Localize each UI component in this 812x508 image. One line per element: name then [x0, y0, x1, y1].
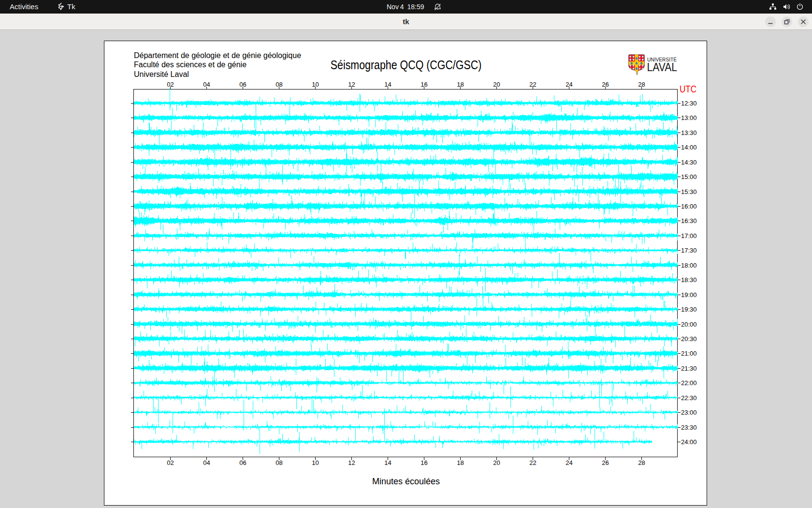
svg-text:21:30: 21:30: [681, 365, 697, 372]
svg-text:22:30: 22:30: [681, 394, 697, 402]
svg-text:02: 02: [167, 459, 174, 466]
svg-text:14: 14: [384, 459, 391, 466]
svg-text:06: 06: [239, 459, 246, 466]
svg-text:UTC: UTC: [680, 84, 696, 94]
svg-text:16: 16: [420, 459, 427, 466]
svg-text:16:30: 16:30: [681, 217, 697, 224]
svg-text:08: 08: [276, 81, 282, 88]
svg-text:19:30: 19:30: [681, 306, 697, 313]
svg-text:10: 10: [312, 459, 319, 466]
svg-text:18: 18: [457, 459, 464, 466]
svg-text:Séismographe QCQ (CGC/GSC): Séismographe QCQ (CGC/GSC): [331, 58, 482, 72]
svg-text:19:00: 19:00: [681, 291, 697, 299]
svg-text:20: 20: [493, 81, 500, 88]
svg-text:20:30: 20:30: [681, 335, 697, 343]
svg-text:04: 04: [203, 81, 210, 88]
svg-text:08: 08: [276, 459, 282, 466]
svg-text:14:00: 14:00: [681, 144, 697, 151]
svg-text:13:30: 13:30: [681, 129, 697, 136]
svg-text:13:00: 13:00: [681, 114, 697, 121]
svg-text:14: 14: [384, 81, 391, 88]
svg-text:24:00: 24:00: [681, 438, 697, 446]
svg-text:22:00: 22:00: [681, 379, 697, 387]
svg-text:12: 12: [348, 459, 355, 466]
svg-text:17:00: 17:00: [681, 232, 697, 239]
svg-text:22: 22: [529, 81, 536, 88]
svg-text:23:00: 23:00: [681, 409, 697, 416]
svg-text:06: 06: [239, 81, 246, 88]
svg-text:10: 10: [312, 81, 319, 88]
svg-text:26: 26: [602, 459, 609, 466]
svg-text:14:30: 14:30: [681, 159, 697, 166]
svg-text:20:00: 20:00: [681, 321, 697, 328]
svg-text:22: 22: [529, 459, 536, 466]
svg-text:Minutes écoulées: Minutes écoulées: [372, 477, 440, 486]
svg-text:02: 02: [167, 81, 174, 88]
svg-text:24: 24: [566, 81, 572, 88]
svg-text:16:00: 16:00: [681, 203, 697, 210]
svg-text:21:00: 21:00: [681, 350, 697, 357]
svg-text:15:00: 15:00: [681, 173, 697, 180]
svg-text:18: 18: [457, 81, 464, 88]
svg-text:28: 28: [638, 459, 645, 466]
svg-text:12:30: 12:30: [681, 100, 697, 107]
svg-text:23:30: 23:30: [681, 424, 697, 431]
svg-text:26: 26: [602, 81, 609, 88]
svg-text:12: 12: [348, 81, 355, 88]
svg-text:20: 20: [493, 459, 500, 466]
svg-text:04: 04: [203, 459, 210, 466]
svg-text:17:30: 17:30: [681, 247, 697, 254]
svg-text:18:00: 18:00: [681, 262, 697, 269]
svg-text:16: 16: [420, 81, 427, 88]
svg-text:28: 28: [638, 81, 645, 88]
svg-text:24: 24: [566, 459, 572, 466]
svg-text:18:30: 18:30: [681, 276, 697, 284]
svg-text:15:30: 15:30: [681, 188, 697, 195]
